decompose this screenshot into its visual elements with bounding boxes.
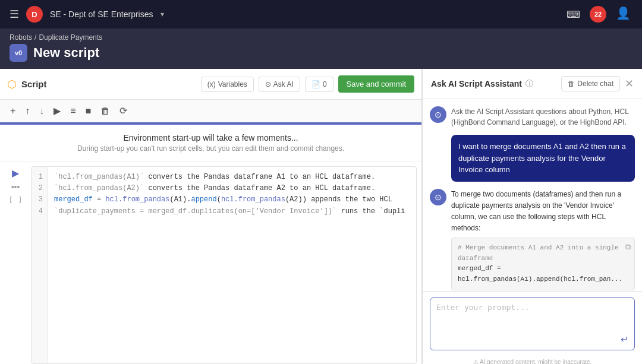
file-icon: 📄 <box>311 80 320 88</box>
trash-icon: 🗑 <box>568 80 575 88</box>
ai-header: Ask AI Script Assistant ⓘ 🗑 Delete chat … <box>423 69 642 99</box>
copy-icon[interactable]: ⧉ <box>625 242 631 254</box>
top-navigation: ☰ D SE - Dept of SE Enterprises ▾ ⌨ 22 👤 <box>0 0 642 29</box>
history-button[interactable]: ⟳ <box>117 103 130 118</box>
move-down-button[interactable]: ↓ <box>36 104 47 118</box>
breadcrumb-robots[interactable]: Robots <box>10 33 32 42</box>
chevron-down-icon[interactable]: ▾ <box>160 10 164 18</box>
ai-response-avatar: ⊙ <box>430 189 446 205</box>
ai-response-text: To merge two documents (dataframes) and … <box>451 189 635 292</box>
ask-ai-icon: ⊙ <box>265 80 271 88</box>
variables-button[interactable]: (x) Variables <box>201 77 254 92</box>
script-editor-panel: ⬡ Script (x) Variables ⊙ Ask AI 📄 0 Save… <box>0 69 422 364</box>
code-comment-1: # Merge documents A1 and A2 into a singl… <box>458 243 628 264</box>
add-cell-button[interactable]: + <box>7 104 18 118</box>
breadcrumb-separator: / <box>34 33 36 42</box>
stop-button[interactable]: ■ <box>83 104 95 118</box>
variables-label: Variables <box>218 80 247 88</box>
script-icon: ⬡ <box>7 78 17 91</box>
ask-ai-button[interactable]: ⊙ Ask AI <box>259 77 300 92</box>
script-label: Script <box>21 79 47 89</box>
info-icon[interactable]: ⓘ <box>525 78 533 89</box>
code-content[interactable]: `hcl.from_pandas(A1)` converts the Panda… <box>48 167 416 363</box>
cell-toolbar: + ↑ ↓ ▶ ≡ ■ 🗑 ⟳ <box>0 100 421 122</box>
notification-count: 22 <box>590 6 606 23</box>
env-notice-title: Environment start-up will take a few mom… <box>8 133 413 143</box>
format-button[interactable]: ≡ <box>67 104 78 118</box>
breadcrumb-duplicate-payments[interactable]: Duplicate Payments <box>39 33 102 42</box>
chat-messages: ⊙ Ask the AI Script Assistant questions … <box>423 99 642 291</box>
cell-bracket: [ ] <box>8 195 22 204</box>
ai-response: ⊙ To merge two documents (dataframes) an… <box>430 189 635 292</box>
user-message: I want to merge documents A1 and A2 then… <box>451 135 635 182</box>
ask-ai-label: Ask AI <box>273 80 294 88</box>
code-block[interactable]: 1234 `hcl.from_pandas(A1)` converts the … <box>31 166 417 364</box>
code-editor-area: ▶ ••• [ ] 1234 `hcl.from_pandas(A1)` con… <box>0 162 421 364</box>
move-up-button[interactable]: ↑ <box>22 104 33 118</box>
ai-code-block-1[interactable]: ⧉ # Merge documents A1 and A2 into a sin… <box>451 238 635 290</box>
org-name: SE - Dept of SE Enterprises <box>50 10 153 19</box>
file-count-button[interactable]: 📄 0 <box>305 77 333 92</box>
main-layout: ⬡ Script (x) Variables ⊙ Ask AI 📄 0 Save… <box>0 69 642 364</box>
save-commit-button[interactable]: Save and commit <box>338 75 414 93</box>
chat-input-wrapper: ↵ <box>430 297 635 350</box>
cell-controls: ▶ ••• [ ] <box>5 166 26 364</box>
page-title: New script <box>33 45 99 61</box>
env-notice-subtitle: During start-up you can't run script cel… <box>8 144 413 153</box>
brand-logo: D <box>26 6 43 23</box>
file-count: 0 <box>323 80 327 88</box>
title-bar: Robots / Duplicate Payments v0 New scrip… <box>0 29 642 69</box>
variables-icon: (x) <box>207 80 216 88</box>
delete-chat-button[interactable]: 🗑 Delete chat <box>561 76 620 91</box>
delete-chat-label: Delete chat <box>577 80 613 88</box>
system-message: ⊙ Ask the AI Script Assistant questions … <box>430 106 635 128</box>
delete-cell-button[interactable]: 🗑 <box>97 104 113 118</box>
ai-title: Ask AI Script Assistant <box>431 79 522 88</box>
user-avatar-icon[interactable]: 👤 <box>616 6 632 23</box>
system-message-text: Ask the AI Script Assistant questions ab… <box>451 106 635 128</box>
ai-avatar: ⊙ <box>430 106 446 123</box>
notifications-button[interactable]: 22 <box>590 6 606 23</box>
cell-menu-button[interactable]: ••• <box>11 182 20 192</box>
line-numbers: 1234 <box>32 167 48 363</box>
environment-notice: Environment start-up will take a few mom… <box>0 125 421 162</box>
hamburger-menu-icon[interactable]: ☰ <box>10 8 19 21</box>
cell-run-button[interactable]: ▶ <box>12 167 19 179</box>
close-ai-button[interactable]: ✕ <box>625 77 634 90</box>
code-line-1: merged_df = hcl.from_pandas(A1).append(h… <box>458 264 628 284</box>
keyboard-shortcut-icon[interactable]: ⌨ <box>567 9 580 20</box>
version-badge: v0 <box>10 44 27 62</box>
ai-assistant-panel: Ask AI Script Assistant ⓘ 🗑 Delete chat … <box>422 69 642 364</box>
chat-input-area: ↵ <box>423 291 642 356</box>
breadcrumb: Robots / Duplicate Payments <box>10 33 632 42</box>
script-toolbar: ⬡ Script (x) Variables ⊙ Ask AI 📄 0 Save… <box>0 69 421 100</box>
send-icon[interactable]: ↵ <box>621 334 628 345</box>
run-cell-button[interactable]: ▶ <box>51 103 64 118</box>
chat-input[interactable] <box>436 303 628 331</box>
ai-disclaimer: ⚠ AI generated content, might be inaccur… <box>423 356 642 364</box>
ai-intro-text: To merge two documents (dataframes) and … <box>451 190 621 233</box>
